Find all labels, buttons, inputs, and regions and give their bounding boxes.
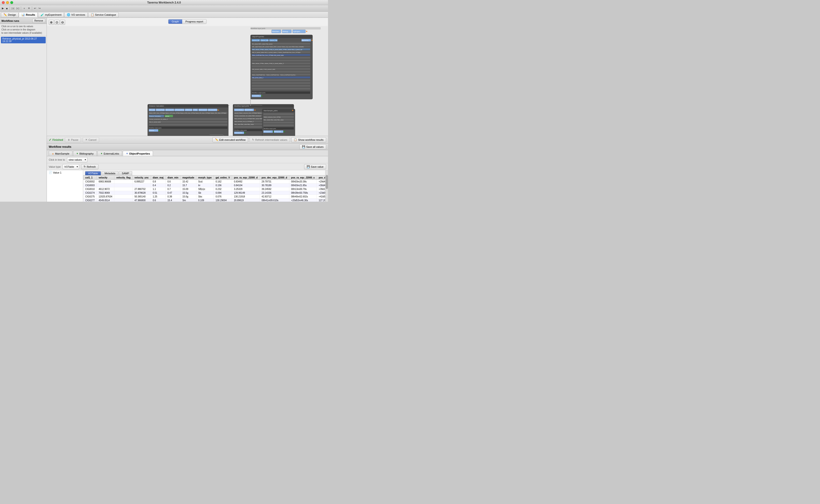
- svg-text:MainSam...: MainSam...: [272, 31, 280, 32]
- tab-results[interactable]: 📊 Results: [19, 12, 38, 17]
- subtab-samp[interactable]: SAMP: [119, 171, 132, 175]
- svg-text:Distance Calculation: Distance Calculation: [149, 105, 164, 107]
- window-controls[interactable]: [2, 1, 13, 4]
- close-button[interactable]: [2, 1, 5, 4]
- graph-tab-progress-label: Progress report: [185, 20, 203, 23]
- undo-button[interactable]: ↩: [33, 6, 37, 11]
- workflow-canvas[interactable]: Workflow input ports MainSam... Bibliogr…: [47, 26, 328, 136]
- table-row: CIG00026983.966086.8952270.80.615.42Scd:…: [83, 180, 325, 184]
- mainsample-dot: ▲: [52, 152, 54, 155]
- subtab-votable[interactable]: VOTable: [85, 171, 101, 175]
- table-cell: 20.89619: [232, 199, 259, 202]
- design-icon: ✏️: [4, 13, 7, 16]
- svg-text:MainVOTable...: MainVOTable...: [244, 109, 253, 111]
- table-cell: SB(s)c: [196, 187, 214, 191]
- tab-design-label: Design: [8, 13, 16, 16]
- table-cell: 15.42: [180, 180, 196, 184]
- table-cell: 7502.9069: [97, 191, 114, 195]
- value-type-select-wrap: VOTable XML Text Binary ▼: [63, 164, 79, 169]
- result-tab-externallinks[interactable]: ▼ ExternalLinks: [97, 151, 122, 156]
- subtab-metadata-label: Metadata: [104, 172, 115, 175]
- left-panel: Workflow runs Remove Click on a run to s…: [0, 18, 47, 202]
- svg-rect-36: [252, 65, 310, 67]
- result-tab-bibliography[interactable]: ▼ Bibliography: [73, 151, 96, 156]
- refresh-button[interactable]: ↻ Refresh: [81, 164, 98, 169]
- svg-text:Workflow output ports: Workflow output ports: [234, 130, 247, 131]
- result-tab-objectproperties[interactable]: ▼ ObjectProperties: [123, 151, 153, 156]
- table-cell: [133, 184, 151, 187]
- svg-text:Column_RA: Column_RA: [252, 40, 259, 41]
- myexperiment-icon: 🧪: [41, 13, 44, 16]
- table-cell: 0.6: [151, 199, 165, 202]
- svg-text:Workflow output ports: Workflow output ports: [263, 128, 276, 129]
- value-type-label: Value type: [49, 165, 61, 168]
- svg-rect-47: [252, 88, 310, 89]
- graph-controls: ⊕ ⊙ ⊖: [49, 20, 65, 25]
- run-button[interactable]: ▶: [1, 6, 5, 11]
- view-values-select[interactable]: view values save values: [67, 157, 87, 162]
- table-row: CIG02774549.051447.9668000.615.4Sm0.1091…: [83, 199, 325, 202]
- table-cell: 0.51: [151, 191, 165, 195]
- zoom-reset-button[interactable]: ⊙: [54, 20, 59, 25]
- svg-text:MainVOTa...: MainVOTa...: [302, 40, 309, 41]
- table-cell: 50.365140: [133, 195, 151, 199]
- table-cell: [114, 184, 133, 187]
- workflow-run-item[interactable]: Retrieve_physical_pr 2013-06-27 19:22:39: [1, 37, 46, 43]
- table-cell: 0.2: [165, 184, 180, 187]
- main-content: Workflow runs Remove Click on a run to s…: [0, 18, 328, 202]
- refresh-intermediate-button[interactable]: ↻ Refresh intermediate values: [249, 137, 290, 142]
- tree-item-value1[interactable]: 📄 Value 1: [47, 170, 83, 175]
- minimize-button[interactable]: [6, 1, 9, 4]
- result-tab-mainsample[interactable]: ▲ MainSample: [49, 151, 72, 156]
- graph-tab-progress[interactable]: Progress report: [182, 19, 206, 24]
- svg-text:Column_DEC: Column_DEC: [260, 40, 269, 41]
- svg-text:DECColumnFra: DECColumnFra: [165, 109, 175, 111]
- table-cell: 129.96149: [232, 191, 259, 195]
- col-header-magnitude: magnitude: [180, 176, 196, 180]
- table-cell: [114, 180, 133, 184]
- refresh-icon: ↻: [252, 138, 254, 141]
- svg-text:Filter_values_2  Filter_values: Filter_values_2 Filter_values_3 Add_in_j…: [252, 49, 302, 50]
- edit-workflow-button[interactable]: ✏️ Edit executed workflow: [212, 137, 248, 142]
- value-toolbar: Value type VOTable XML Text Binary ▼ ↻: [47, 163, 328, 170]
- step-forward-button[interactable]: ▷|: [11, 6, 15, 11]
- stop-button[interactable]: ■: [5, 6, 9, 11]
- remove-button[interactable]: Remove: [32, 19, 45, 23]
- results-header-title: Workflow results: [49, 145, 71, 148]
- tab-servicecatalogue[interactable]: 📋 Service Catalogue: [88, 12, 119, 17]
- tab-design[interactable]: ✏️ Design: [1, 12, 19, 17]
- delete-button[interactable]: ✕: [27, 6, 31, 11]
- save-all-icon: 💾: [302, 145, 305, 148]
- col-header-velocity-flag: velocity_flag: [114, 176, 133, 180]
- cancel-button[interactable]: ✕ Cancel: [83, 137, 99, 142]
- tab-voservices[interactable]: 🌐 VO services: [64, 12, 88, 17]
- col-header-gal-extinc: gal_extinc_V: [214, 176, 232, 180]
- step-back-button[interactable]: |◁: [16, 6, 20, 11]
- redo-button[interactable]: ↪: [37, 6, 41, 11]
- top-tabs-bar: ✏️ Design 📊 Results 🧪 myExperiment 🌐 VO …: [0, 12, 328, 18]
- table-cell: 0.109: [196, 199, 214, 202]
- pause-button[interactable]: ⏸ Pause: [65, 137, 81, 142]
- show-workflow-results-button[interactable]: 📋 Show workflow results: [291, 137, 326, 142]
- scrollbar-thumb[interactable]: [326, 175, 328, 189]
- svg-text:Workflow input ports: Workflow input ports: [250, 28, 265, 30]
- save-value-button[interactable]: 💾 Save value: [304, 164, 326, 169]
- graph-tab-graph[interactable]: Graph: [168, 19, 182, 24]
- svg-rect-83: [149, 124, 227, 126]
- table-cell: Scd:: [196, 180, 214, 184]
- value-type-select[interactable]: VOTable XML Text Binary: [63, 164, 79, 169]
- svg-text:Add_in_joined_table: Add_in_joined_table: [149, 121, 161, 123]
- maximize-button[interactable]: [10, 1, 13, 4]
- save-all-button[interactable]: 💾 Save all values: [299, 144, 326, 149]
- subtab-metadata[interactable]: Metadata: [101, 171, 118, 175]
- svg-text:Workflow output ports: Workflow output ports: [149, 127, 161, 129]
- zoom-out-button[interactable]: ⊖: [60, 20, 65, 25]
- pause-label: Pause: [71, 138, 78, 141]
- zoom-in-button[interactable]: ⊕: [49, 20, 54, 25]
- tab-myexperiment[interactable]: 🧪 myExperiment: [38, 12, 64, 17]
- results-area: Workflow results 💾 Save all values ▲ Mai…: [47, 144, 328, 202]
- table-cell: 0.094: [214, 191, 232, 195]
- right-scrollbar[interactable]: [325, 170, 328, 202]
- table-scroll[interactable]: col1_1 velocity velocity_flag velocity_u…: [83, 175, 325, 202]
- add-button[interactable]: ＋: [22, 6, 26, 11]
